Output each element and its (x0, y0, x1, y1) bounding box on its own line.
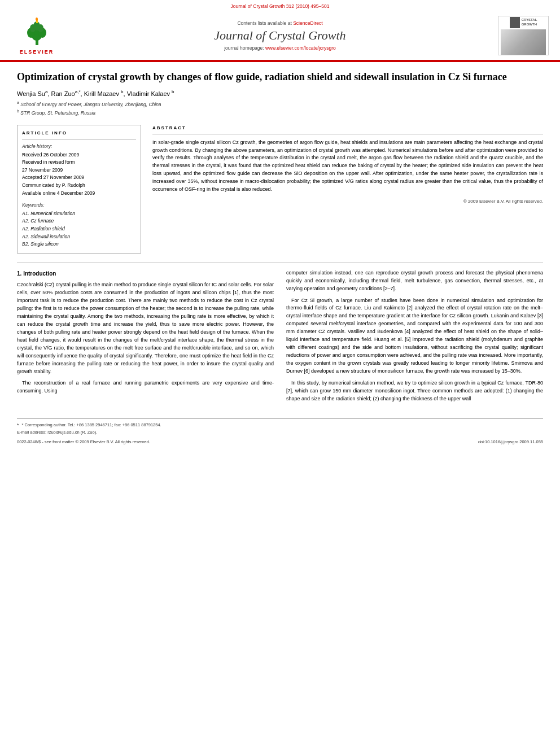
cg-logo-text: CRYSTALGROWTH (522, 18, 537, 26)
right-para-1: computer simulation instead, one can rep… (286, 269, 543, 293)
intro-para-1: Czochralski (Cz) crystal pulling is the … (17, 281, 274, 375)
article-title: Optimization of crystal growth by change… (17, 71, 543, 84)
keyword-5: B2. Single silicon (22, 241, 136, 248)
elsevier-logo: ELSEVIER (11, 17, 62, 55)
affiliation-a: a School of Energy and Power, Jiangsu Un… (17, 100, 543, 108)
body-content: 1. Introduction Czochralski (Cz) crystal… (17, 269, 543, 407)
author-2: Ran Zuoa,* (51, 90, 81, 97)
right-para-2: For Cz Si growth, a large number of stud… (286, 297, 543, 375)
footer-bottom: 0022-0248/$ - see front matter © 2009 El… (17, 439, 543, 444)
contents-line: Contents lists available at ScienceDirec… (62, 20, 498, 26)
copyright-line: © 2009 Elsevier B.V. All rights reserved… (152, 198, 543, 205)
revised-date: 27 November 2009 (22, 167, 63, 173)
main-content: Optimization of crystal growth by change… (0, 62, 560, 453)
article-info-title: ARTICLE INFO (22, 130, 136, 139)
intro-para-2: The reconstruction of a real furnace and… (17, 379, 274, 395)
footnote-email: E-mail address: rzuo@ujs.edu.cn (R. Zuo)… (17, 430, 543, 435)
article-history: Article history: Received 26 October 200… (22, 143, 136, 197)
author-3: Kirill Mazaev b (84, 90, 124, 97)
issn-line: 0022-0248/$ - see front matter © 2009 El… (17, 439, 150, 444)
accepted-date: Accepted 27 November 2009 (22, 174, 84, 180)
abstract-box: ABSTRACT In solar-grade single crystal s… (152, 125, 543, 205)
keywords-section: Keywords: A1. Numerical simulation A2. C… (22, 202, 136, 248)
right-para-3: In this study, by numerical simulation m… (286, 379, 543, 403)
cg-image (501, 29, 546, 55)
page-footer: * * Corresponding author. Tel.: +86 1385… (17, 418, 543, 444)
author-1: Wenjia Sua (17, 90, 47, 97)
journal-homepage: journal homepage: www.elsevier.com/locat… (62, 45, 498, 51)
article-info-box: ARTICLE INFO Article history: Received 2… (17, 125, 141, 254)
article-info-abstract-row: ARTICLE INFO Article history: Received 2… (17, 125, 543, 254)
footnote-corresponding: * * Corresponding author. Tel.: +86 1385… (17, 422, 543, 428)
journal-citation-text: Journal of Crystal Growth 312 (2010) 495… (231, 3, 330, 9)
keywords-label: Keywords: (22, 202, 136, 209)
article-info-column: ARTICLE INFO Article history: Received 2… (17, 125, 141, 254)
keyword-3: A2. Radiation shield (22, 225, 136, 233)
affiliation-b: b STR Group, St. Petersburg, Russia (17, 108, 543, 117)
section-divider (17, 262, 543, 263)
elsevier-tree-icon (21, 17, 53, 48)
journal-title: Journal of Crystal Growth (62, 28, 498, 43)
affil-sup-b: b (17, 109, 19, 113)
body-right-column: computer simulation instead, one can rep… (286, 269, 543, 407)
keyword-4: A2. Sidewall insulation (22, 233, 136, 241)
author-4: Vladimir Kalaev b (127, 90, 174, 97)
received-date: Received 26 October 2009 (22, 152, 79, 158)
cg-icon (510, 17, 520, 28)
journal-homepage-link[interactable]: www.elsevier.com/locate/jcrysgro (265, 45, 336, 51)
affiliations: a School of Energy and Power, Jiangsu Un… (17, 100, 543, 116)
journal-header: Journal of Crystal Growth 312 (2010) 495… (0, 0, 560, 61)
history-label: Article history: (22, 143, 136, 151)
abstract-column: ABSTRACT In solar-grade single crystal s… (152, 125, 543, 254)
body-left-column: 1. Introduction Czochralski (Cz) crystal… (17, 269, 274, 407)
author-2-sup: a,* (75, 89, 81, 94)
received-revised-label: Received in revised form (22, 159, 75, 165)
keyword-2: A2. Cz furnace (22, 217, 136, 225)
journal-citation: Journal of Crystal Growth 312 (2010) 495… (11, 3, 549, 11)
available-online: Available online 4 December 2009 (22, 190, 95, 196)
author-4-sup: b (172, 89, 174, 94)
author-1-sup: a (45, 89, 47, 94)
author-3-sup: b (121, 89, 123, 94)
journal-title-area: Contents lists available at ScienceDirec… (62, 20, 498, 51)
authors-line: Wenjia Sua, Ran Zuoa,*, Kirill Mazaev b,… (17, 89, 543, 97)
journal-banner: ELSEVIER Contents lists available at Sci… (11, 11, 549, 60)
affil-sup-a: a (17, 101, 19, 104)
doi-line: doi:10.1016/j.jcrysgro.2009.11.055 (478, 439, 543, 444)
abstract-title: ABSTRACT (152, 125, 543, 134)
crystal-growth-logo: CRYSTALGROWTH (498, 16, 549, 55)
communicated-by: Communicated by P. Rudolph (22, 182, 85, 188)
email-note: E-mail address: rzuo@ujs.edu.cn (R. Zuo)… (17, 430, 97, 435)
svg-point-8 (36, 18, 38, 21)
corresponding-note: * Corresponding author. Tel.: +86 1385 2… (22, 422, 161, 427)
abstract-text: In solar-grade single crystal silicon Cz… (152, 139, 543, 194)
footnote-star: * (17, 422, 19, 428)
intro-heading: 1. Introduction (17, 269, 274, 278)
cg-logo-top: CRYSTALGROWTH (510, 17, 537, 28)
elsevier-name: ELSEVIER (20, 49, 54, 55)
keyword-1: A1. Numerical simulation (22, 210, 136, 218)
